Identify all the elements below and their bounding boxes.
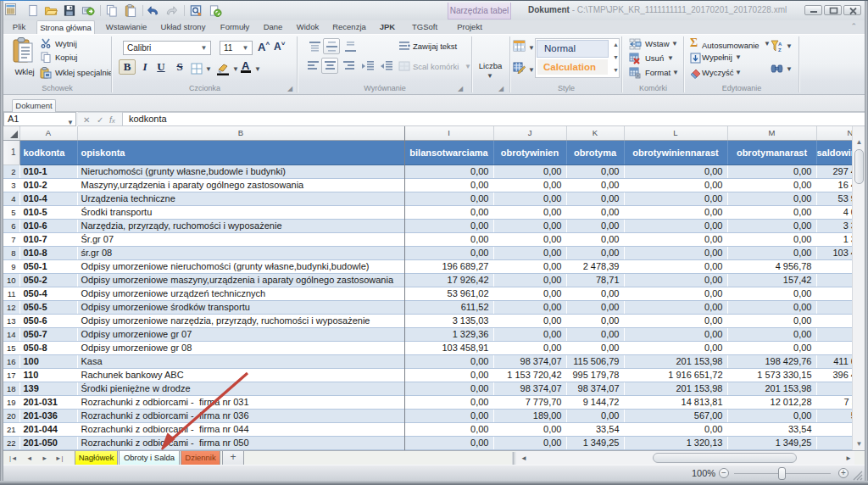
svg-text:Z: Z — [778, 47, 782, 53]
svg-text:A: A — [778, 42, 782, 47]
